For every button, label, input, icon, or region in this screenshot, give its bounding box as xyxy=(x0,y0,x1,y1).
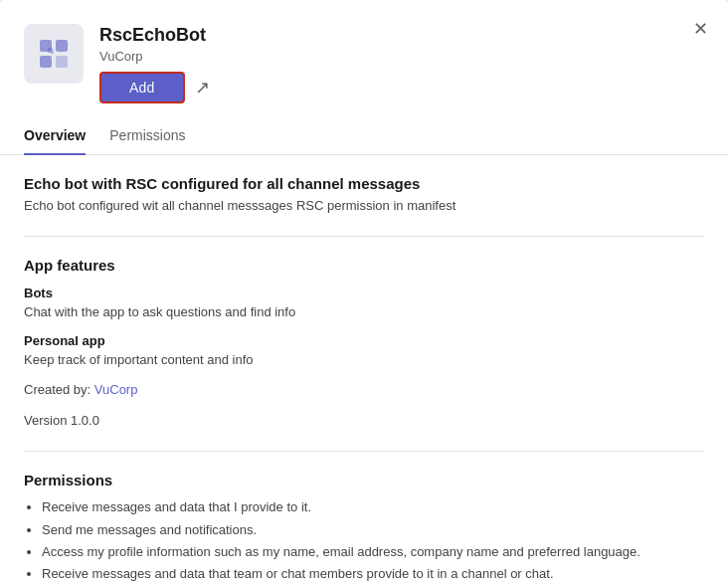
svg-rect-2 xyxy=(40,56,52,68)
app-actions: Add ↗ xyxy=(99,72,704,103)
permissions-title: Permissions xyxy=(24,472,704,488)
app-org: VuCorp xyxy=(99,49,704,64)
feature-personalapp-label: Personal app xyxy=(24,333,704,348)
app-icon xyxy=(24,24,84,84)
modal-body: Echo bot with RSC configured for all cha… xyxy=(0,155,728,583)
permissions-list: Receive messages and data that I provide… xyxy=(42,496,704,583)
tab-permissions[interactable]: Permissions xyxy=(109,127,185,155)
tabs-bar: Overview Permissions xyxy=(0,115,728,155)
tab-overview[interactable]: Overview xyxy=(24,127,86,155)
close-button[interactable]: ✕ xyxy=(689,16,712,42)
version-line: Version 1.0.0 xyxy=(24,411,704,432)
features-title: App features xyxy=(24,257,704,274)
permission-item-4: Receive messages and data that team or c… xyxy=(42,563,704,583)
created-by-link[interactable]: VuCorp xyxy=(94,382,138,397)
permission-item-1: Receive messages and data that I provide… xyxy=(42,496,704,518)
svg-rect-1 xyxy=(56,40,68,52)
permission-item-2: Send me messages and notifications. xyxy=(42,519,704,541)
created-by-prefix: Created by: xyxy=(24,382,94,397)
hero-desc: Echo bot configured wit all channel mess… xyxy=(24,196,704,216)
share-icon[interactable]: ↗ xyxy=(195,77,210,98)
permission-item-3: Access my profile information such as my… xyxy=(42,541,704,563)
feature-personalapp-desc: Keep track of important content and info xyxy=(24,350,704,370)
hero-section: Echo bot with RSC configured for all cha… xyxy=(24,175,704,237)
permissions-section: Permissions Receive messages and data th… xyxy=(24,472,704,583)
features-section: App features Bots Chat with the app to a… xyxy=(24,257,704,453)
feature-bots-label: Bots xyxy=(24,286,704,300)
created-by-line: Created by: VuCorp xyxy=(24,380,704,401)
hero-title: Echo bot with RSC configured for all cha… xyxy=(24,175,704,192)
add-button[interactable]: Add xyxy=(99,72,185,103)
svg-rect-3 xyxy=(56,56,68,68)
app-logo-icon xyxy=(36,36,72,72)
modal-header: RscEchoBot VuCorp Add ↗ xyxy=(0,0,728,103)
app-name: RscEchoBot xyxy=(99,24,704,47)
feature-bots-desc: Chat with the app to ask questions and f… xyxy=(24,302,704,322)
app-info: RscEchoBot VuCorp Add ↗ xyxy=(99,24,704,103)
app-detail-modal: ✕ RscEchoBot VuCorp Add ↗ Overview Permi… xyxy=(0,0,728,583)
